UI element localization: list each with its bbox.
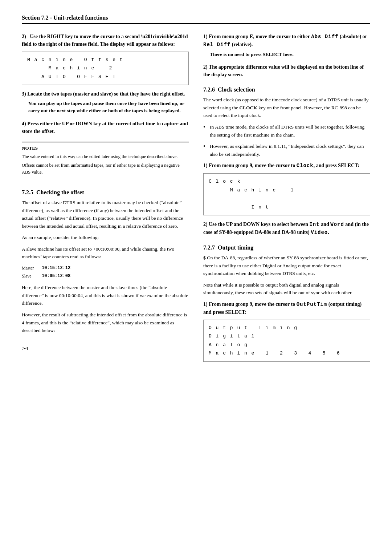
clock-code-line-4: I n t <box>209 203 365 211</box>
output-step-1-text: 1) From menu group 9, move the cursor to… <box>203 300 370 316</box>
bullet-2-text: However, as explained below in 8.1.11, “… <box>210 142 370 158</box>
section-726-title: 7.2.6 Clock selection <box>203 86 370 93</box>
right-column: 1) From menu group E, move the cursor to… <box>203 33 370 367</box>
slave-label: Slave <box>22 272 38 280</box>
bullet-1-text: In ABS time mode, the clocks of all DTRS… <box>210 123 370 139</box>
master-label: Master <box>22 264 38 272</box>
left-column: 2) Use the RIGHT key to move the cursor … <box>22 33 189 367</box>
item-3-text: 3) Locate the two tapes (master and slav… <box>22 90 189 98</box>
right-item-1: 1) From menu group E, move the cursor to… <box>203 33 370 58</box>
section-725-title: 7.2.5 Checking the offset <box>22 189 189 196</box>
section-header: Section 7.2 - Unit-related functions <box>22 15 370 24</box>
clock-step-2-text: 2) Use the UP and DOWN keys to select be… <box>203 220 370 236</box>
section-title-text: Section 7.2 - Unit-related functions <box>22 15 108 21</box>
code-box-output-timing: O u t p u t T i m i n g D i g i t a l A … <box>203 320 370 362</box>
slave-value: 10:05:12:08 <box>42 272 70 280</box>
bullet-2: • However, as explained below in 8.1.11,… <box>203 142 370 158</box>
item-2: 2) Use the RIGHT key to move the cursor … <box>22 33 189 85</box>
section-727-title: 7.2.7 Output timing <box>203 244 370 251</box>
output-code-line-3: A n a l o g <box>209 341 365 349</box>
section-727-para1: $ On the DA-88, regardless of whether an… <box>203 254 370 278</box>
section-725-para1: The offset of a slave DTRS unit relative… <box>22 199 189 230</box>
bullet-dot-2: • <box>203 142 210 158</box>
code-line-1: M a c h i n e O f f s e t <box>27 56 183 64</box>
section-726: 7.2.6 Clock selection The word clock (as… <box>203 86 370 236</box>
code-box-clock: C l o c k M a c h i n e 1 I n t <box>203 173 370 215</box>
code-line-2: M a c h i n e 2 <box>27 64 183 72</box>
master-value: 10:15:12:12 <box>42 264 70 272</box>
section-727: 7.2.7 Output timing $ On the DA-88, rega… <box>203 244 370 362</box>
notes-section: NOTES The value entered in this way can … <box>22 142 189 181</box>
slave-row: Slave 10:05:12:08 <box>22 272 189 280</box>
item-3: 3) Locate the two tapes (master and slav… <box>22 90 189 115</box>
master-row: Master 10:15:12:12 <box>22 264 189 272</box>
note-1: The value entered in this way can be edi… <box>22 153 189 160</box>
page: Section 7.2 - Unit-related functions 2) … <box>0 0 392 389</box>
output-code-line-1: O u t p u t T i m i n g <box>209 324 365 332</box>
bullet-dot-1: • <box>203 122 210 139</box>
item-3-subtext: You can play up the tapes and pause them… <box>28 100 189 115</box>
item-2-text: 2) Use the RIGHT key to move the cursor … <box>22 33 189 48</box>
note-2: Offsets cannot be set from unformatted t… <box>22 162 189 176</box>
output-step-1: 1) From menu group 9, move the cursor to… <box>203 300 370 362</box>
section-725-para5: However, the result of subtracting the i… <box>22 311 189 335</box>
right-item-2-text: 2) The appropriate difference value will… <box>203 63 370 78</box>
section-726-para1: The word clock (as opposed to the timeco… <box>203 96 370 119</box>
clock-code-line-2: M a c h i n e 1 <box>209 186 365 194</box>
code-line-3: A U T O O F F S E T <box>27 73 183 81</box>
section-725-para4: Here, the difference between the master … <box>22 284 189 307</box>
bullet-1: • In ABS time mode, the clocks of all DT… <box>203 123 370 139</box>
notes-title: NOTES <box>22 145 189 151</box>
section-725: 7.2.5 Checking the offset The offset of … <box>22 189 189 335</box>
two-column-layout: 2) Use the RIGHT key to move the cursor … <box>22 33 370 367</box>
section-725-para3: A slave machine has its offset set to +0… <box>22 245 189 261</box>
clock-step-2: 2) Use the UP and DOWN keys to select be… <box>203 220 370 236</box>
clock-code-line-1: C l o c k <box>209 177 365 186</box>
clock-step-1: 1) From menu group 9, move the cursor to… <box>203 162 370 215</box>
item-4-text: 4) Press either the UP or DOWN key at th… <box>22 120 189 135</box>
code-box-machine-offset: M a c h i n e O f f s e t M a c h i n e … <box>22 52 189 85</box>
section-725-para2: As an example, consider the following: <box>22 234 189 242</box>
right-item-1-sub: There is no need to press SELECT here. <box>210 51 370 58</box>
clock-step-1-text: 1) From menu group 9, move the cursor to… <box>203 162 370 170</box>
clock-code-line-3 <box>209 194 365 203</box>
master-slave-table: Master 10:15:12:12 Slave 10:05:12:08 <box>22 264 189 280</box>
right-item-1-text: 1) From menu group E, move the cursor to… <box>203 33 370 49</box>
page-number: 7-4 <box>22 345 189 351</box>
right-item-2: 2) The appropriate difference value will… <box>203 63 370 78</box>
output-code-line-2: D i g i t a l <box>209 332 365 340</box>
item-4: 4) Press either the UP or DOWN key at th… <box>22 120 189 135</box>
output-code-line-4: M a c h i n e 1 2 3 4 5 6 <box>209 349 365 357</box>
section-727-para2: Note that while it is possible to output… <box>203 281 370 297</box>
